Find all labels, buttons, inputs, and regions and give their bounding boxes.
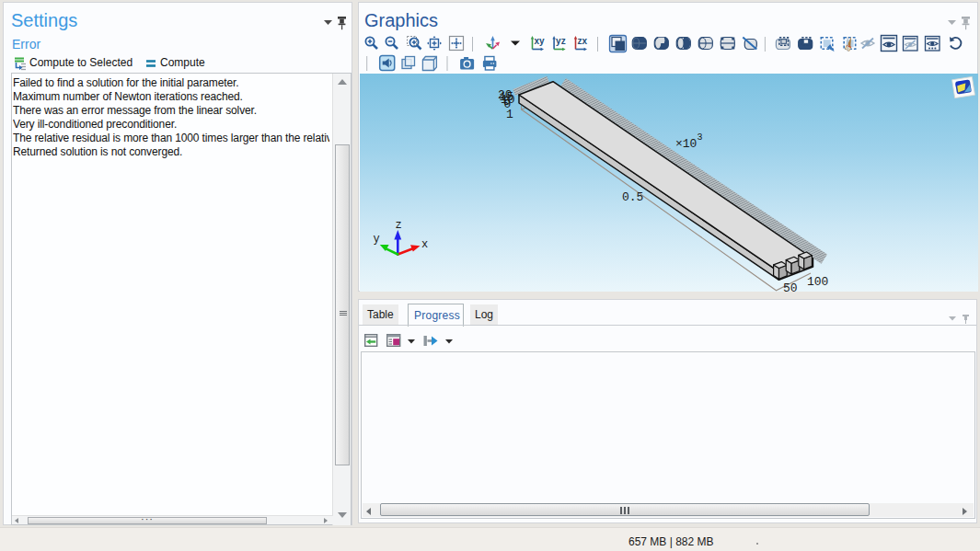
svg-text:zx: zx xyxy=(578,36,588,46)
svg-text:yz: yz xyxy=(556,36,566,46)
svg-text:1: 1 xyxy=(506,108,513,121)
svg-text:x: x xyxy=(421,238,428,251)
svg-text:3: 3 xyxy=(698,132,703,143)
svg-text:xy: xy xyxy=(535,36,546,46)
svg-text:100: 100 xyxy=(807,275,828,289)
svg-text:50: 50 xyxy=(783,281,798,292)
svg-text:y: y xyxy=(374,233,380,246)
svg-text:z: z xyxy=(396,219,402,232)
svg-text:×10: ×10 xyxy=(675,137,697,151)
svg-text:0.5: 0.5 xyxy=(622,190,643,204)
